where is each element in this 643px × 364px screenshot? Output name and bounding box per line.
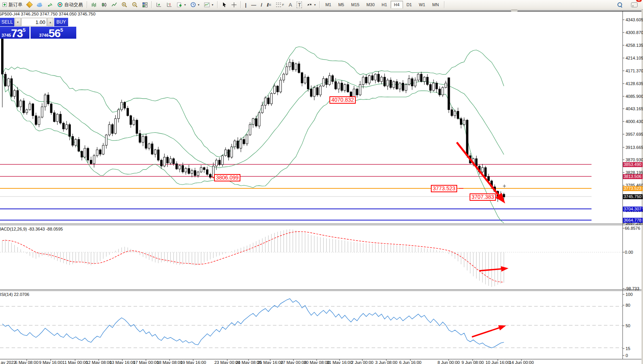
fibo-f-label: F bbox=[282, 3, 284, 7]
timeframe-group: M1M5M15M30H1H4D1W1MN bbox=[322, 2, 442, 7]
buy-price-big: 56 bbox=[49, 28, 60, 38]
timeframe-m1[interactable]: M1 bbox=[322, 1, 334, 9]
template-icon bbox=[204, 2, 210, 7]
price-tick-label: 4171.370 bbox=[626, 68, 643, 73]
search-icon bbox=[617, 2, 622, 7]
timeframe-w1[interactable]: W1 bbox=[415, 1, 429, 9]
fibonacci-button[interactable]: F bbox=[274, 0, 286, 10]
price-level-badge: 3813.506 bbox=[623, 174, 643, 179]
label-icon: T bbox=[297, 2, 302, 8]
templates-button[interactable]: ▾ bbox=[202, 0, 216, 10]
hline-button[interactable]: — bbox=[249, 0, 259, 10]
toolbar-separator bbox=[217, 1, 218, 8]
shapes-button[interactable]: ▾ bbox=[304, 0, 318, 10]
gold-icon bbox=[26, 2, 33, 8]
time-axis-label: 18 May 08:00 bbox=[157, 360, 183, 364]
vline-icon: | bbox=[245, 2, 247, 8]
chart-shift-icon bbox=[166, 2, 172, 7]
buy-button[interactable]: BUY bbox=[54, 18, 68, 26]
timeframe-mn[interactable]: MN bbox=[429, 1, 442, 9]
time-axis-label: 17 May 00:00 bbox=[133, 360, 159, 364]
price-tick-label: 3957.695 bbox=[626, 132, 643, 137]
price-tick-label: 3870.930 bbox=[626, 157, 643, 162]
chart-line-button[interactable] bbox=[109, 0, 119, 10]
timeframe-m5[interactable]: M5 bbox=[335, 1, 348, 9]
chevron-down-icon: ▾ bbox=[314, 3, 315, 7]
price-tick-label: 4000.430 bbox=[626, 119, 643, 124]
autoscroll-icon bbox=[156, 2, 162, 7]
label-button[interactable]: T bbox=[294, 0, 304, 10]
buy-price-small: 3746 bbox=[39, 33, 48, 38]
chart-shift-button[interactable] bbox=[164, 0, 175, 10]
market-button[interactable] bbox=[25, 0, 34, 10]
crosshair-icon bbox=[231, 2, 237, 7]
text-button[interactable]: A bbox=[286, 0, 295, 10]
trend-arrow[interactable] bbox=[479, 268, 507, 271]
fibonacci-icon bbox=[276, 3, 281, 7]
candles-chart-icon bbox=[101, 2, 107, 7]
search-button[interactable] bbox=[615, 0, 625, 10]
chart-candles-button[interactable] bbox=[99, 0, 109, 10]
signals-button[interactable] bbox=[45, 0, 55, 10]
rsi-indicator-label: RSI(14) 22.0706 bbox=[0, 292, 29, 297]
buy-price-display[interactable]: 3746 56 5 bbox=[31, 27, 76, 39]
time-axis-label: 9 May 16:00 bbox=[39, 360, 63, 364]
notification-badge: 1 bbox=[636, 0, 642, 2]
autoscroll-button[interactable] bbox=[154, 0, 164, 10]
volume-increase-button[interactable]: ▲ bbox=[47, 18, 53, 26]
time-axis-label: 25 May 16:00 bbox=[257, 360, 283, 364]
price-tick-label: 4128.635 bbox=[626, 81, 643, 86]
time-axis-label: 6 Jun 16:00 bbox=[399, 360, 422, 364]
vline-button[interactable]: | bbox=[243, 0, 249, 10]
bars-chart-icon bbox=[91, 2, 97, 7]
zoom-out-button[interactable] bbox=[130, 0, 140, 10]
timeframe-m30[interactable]: M30 bbox=[363, 1, 378, 9]
price-annotation-box[interactable]: 3806.099 bbox=[214, 174, 240, 181]
volume-decrease-button[interactable]: ▼ bbox=[15, 18, 21, 26]
chat-button[interactable]: 1 bbox=[629, 0, 640, 10]
chart-title: SP500-,H4 3746.250 3747.750 3744.050 374… bbox=[0, 12, 96, 16]
price-annotation-box[interactable]: 3707.383 bbox=[470, 193, 496, 201]
zoom-in-button[interactable] bbox=[119, 0, 130, 10]
sell-price-display[interactable]: 3745 73 5 bbox=[0, 27, 29, 39]
rsi-tick-label: 50 bbox=[626, 323, 630, 328]
trendline-button[interactable]: / bbox=[259, 0, 265, 10]
price-tick-label: 4214.105 bbox=[626, 56, 643, 60]
trend-arrow[interactable] bbox=[457, 142, 504, 202]
tile-windows-button[interactable] bbox=[140, 0, 150, 10]
timeframe-m15[interactable]: M15 bbox=[348, 1, 363, 9]
price-level-badge: 3853.490 bbox=[623, 162, 643, 167]
sell-button[interactable]: SELL bbox=[0, 18, 14, 26]
rsi-tick-label: 80 bbox=[626, 303, 630, 308]
periods-button[interactable]: ▾ bbox=[188, 0, 202, 10]
chart-bars-button[interactable] bbox=[89, 0, 99, 10]
toolbar-separator bbox=[151, 1, 152, 8]
auto-trading-button[interactable]: 自动交易 bbox=[55, 0, 85, 10]
price-annotation-box[interactable]: 3773.523 bbox=[431, 185, 457, 192]
timeframe-h1[interactable]: H1 bbox=[378, 1, 391, 9]
sell-price-sup: 5 bbox=[23, 27, 26, 33]
splitter-grip[interactable] bbox=[511, 10, 518, 12]
channel-e-label: E bbox=[269, 3, 271, 7]
trend-arrow[interactable] bbox=[472, 326, 504, 337]
indicators-button[interactable]: ▾ bbox=[175, 0, 188, 10]
volume-input[interactable] bbox=[21, 18, 47, 26]
time-axis-label: 9 Jun 08:00 bbox=[461, 360, 484, 364]
cursor-button[interactable] bbox=[219, 0, 229, 10]
time-axis-label: 19 May 16:00 bbox=[180, 360, 206, 364]
macd-indicator-label: MACD(12,26,9) -83.3643 -88.0595 bbox=[0, 227, 63, 231]
timeframe-d1[interactable]: D1 bbox=[403, 1, 415, 9]
price-tick-label: 4258.135 bbox=[626, 43, 643, 48]
sell-price-small: 3745 bbox=[2, 33, 11, 38]
chart-area[interactable] bbox=[0, 0, 643, 364]
text-icon: A bbox=[289, 2, 292, 8]
timeframe-h4[interactable]: H4 bbox=[391, 1, 403, 9]
vps-button[interactable] bbox=[34, 0, 45, 10]
macd-tick-label: 0.00 bbox=[625, 250, 633, 255]
buy-price-sup: 5 bbox=[60, 27, 63, 33]
channel-button[interactable]: //E bbox=[264, 0, 274, 10]
auto-trading-icon bbox=[57, 2, 63, 7]
price-annotation-box[interactable]: 4070.832 bbox=[329, 96, 356, 104]
crosshair-button[interactable] bbox=[229, 0, 239, 10]
new-order-button[interactable]: 新订单 bbox=[0, 0, 25, 10]
